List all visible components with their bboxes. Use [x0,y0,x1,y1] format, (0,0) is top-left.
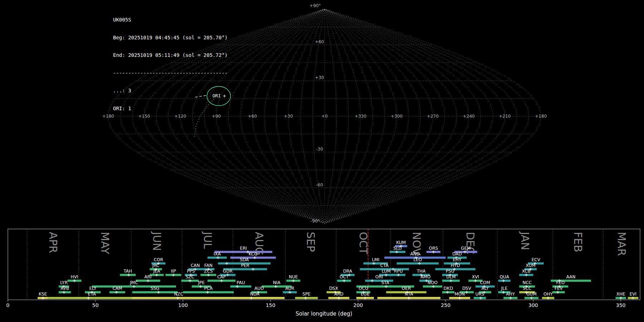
shower-label: NCC [522,280,532,285]
station-id: UK005S [113,17,228,23]
shower-label: ELY [89,286,97,291]
shower-label: EHY [453,257,462,262]
shower-label: THA [416,269,426,274]
shower-label: XHE [616,292,625,297]
shower-label: OCT [340,274,349,279]
pole-label-north: +90° [309,3,321,8]
shower-label: URS [475,292,484,297]
shower-count: ORI: 1 [113,106,228,112]
month-label: OCT [357,232,370,255]
shower-label: CAM [112,286,122,291]
shower-label: LMI [372,257,380,262]
shower-label: LYR [60,280,68,285]
shower-label: DKD [444,286,453,291]
shower-bar [132,291,178,293]
shower-label: SPE [302,292,310,297]
shower-label: FEV [555,286,563,291]
tick-label: 350 [616,302,626,308]
shower-label: ETA [88,292,96,297]
sporadic-count: ...: 3 [113,88,228,94]
shower-label: GUM [526,292,536,297]
shower-label: LUM [382,269,391,274]
shower-label: ARI [145,274,152,279]
lon-label: +300 [391,114,402,119]
shower-label: GEM [461,246,470,251]
shower-label: PER [241,263,249,268]
shower-label: XUM [526,263,535,268]
session-info: UK005S Beg: 20251019 04:45:45 (sol = 205… [113,5,228,123]
shower-bar [397,262,439,264]
session-end: End: 20251019 05:11:49 (sol = 205.72°) [113,52,228,58]
lat-label: +60 [315,39,324,44]
axis-title: Solar longitude (deg) [296,311,352,317]
lon-label: +210 [499,114,511,119]
shower-label: COR [154,257,163,262]
activity-chart: APRMAYJUNJULAUGSEPOCTNOVDECJANFEBMAR0501… [6,229,640,317]
shower-label: STA [381,280,390,285]
meridian-line [325,9,348,223]
lon-label: +270 [427,114,439,119]
shower-label: KCG [249,252,258,257]
tick-label: 250 [441,302,450,308]
lon-label: +330 [355,114,366,119]
month-label: JAN [519,231,531,250]
month-label: MAY [99,232,111,254]
shower-label: AUD [254,286,264,291]
shower-label: AVB [60,286,69,291]
lat-label: -30 [316,147,323,152]
shower-label: EGE [361,292,369,297]
shower-label: NDA [250,292,260,297]
shower-label: ECV [532,257,541,262]
shower-label: OER [402,286,411,291]
shower-label: JEA [153,269,160,274]
shower-label: ZCS [204,269,213,274]
shower-label: FAN [204,263,213,268]
shower-label: ERI [240,246,247,251]
shower-label: ORI [375,274,383,279]
meteor-radiant-screen: +90°-90°+60+30-30-60+180+150+120+90+60+3… [0,0,644,322]
shower-label: RPU [394,269,402,274]
tick-label: 50 [92,302,99,308]
shower-label: LEO [414,257,422,262]
pole-label-south: -90° [311,219,320,224]
shower-label: SCC [523,286,531,291]
shower-label: DSX [329,286,338,291]
tick-label: 300 [528,302,538,308]
shower-label: DLM [446,274,455,279]
shower-label: OHY [543,292,553,297]
month-label: FEB [572,232,584,252]
shower-label: NUE [289,274,298,279]
month-label: JUN [151,231,163,251]
tick-label: 150 [266,302,275,308]
month-label: MAR [615,232,628,256]
shower-label: MON [454,292,465,297]
shower-bar [48,297,136,299]
shower-label: HYD [451,263,460,268]
shower-label: ALY [481,286,489,291]
shower-label: PSU [446,269,454,274]
shower-label: IXA [214,252,221,257]
shower-label: AMO [420,274,430,279]
lon-label: +240 [463,114,475,119]
month-label: JUL [201,231,214,249]
shower-label: COM [480,280,490,285]
shower-label: KUM [396,240,406,245]
month-label: SEP [304,232,317,252]
shower-label: KSE [39,292,47,297]
shower-label: IIP [171,269,176,274]
shower-label: JRC [152,263,160,268]
lon-label: +30 [284,114,293,119]
shower-bar [230,286,252,288]
month-label: APR [47,232,59,253]
shower-label: XVI [472,274,479,279]
shower-label: JLE [501,286,508,291]
lon-label: +180 [535,114,547,119]
shower-label: AHY [506,292,515,297]
shower-label: AAN [566,274,576,279]
plot-canvas: +90°-90°+60+30-30-60+180+150+120+90+60+3… [0,0,644,322]
tick-label: 100 [178,302,188,308]
info-separator: -------------------------------------- [113,70,228,76]
shower-label: NOO [428,280,438,285]
shower-label: SDA [240,257,249,262]
shower-label: JPE [198,280,205,285]
